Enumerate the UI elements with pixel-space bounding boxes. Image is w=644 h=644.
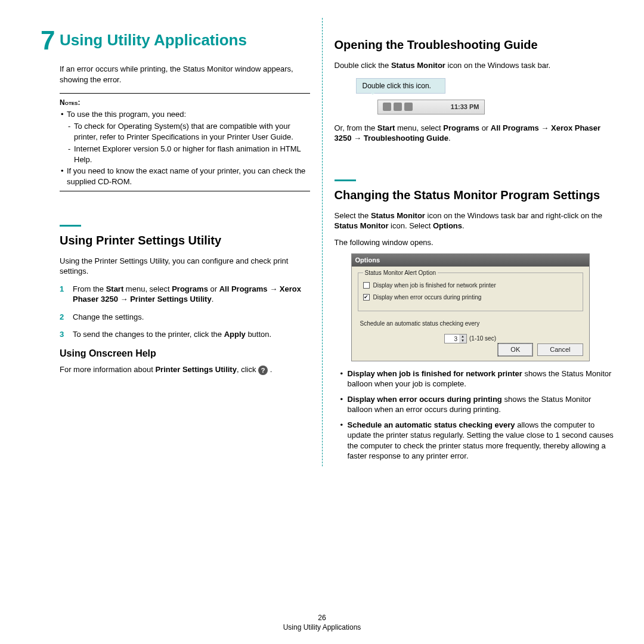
- fieldset-legend: Status Monitor Alert Option: [363, 269, 438, 277]
- notes-dash: Internet Explorer version 5.0 or higher …: [60, 144, 310, 165]
- footer-text: Using Utility Applications: [0, 623, 644, 632]
- section-heading: Using Printer Settings Utility: [60, 233, 310, 249]
- body-text: Using the Printer Settings Utility, you …: [60, 256, 310, 277]
- options-dialog: Options Status Monitor Alert Option Disp…: [351, 253, 590, 361]
- right-column: Opening the Troubleshooting Guide Double…: [323, 18, 630, 466]
- tray-status-icon[interactable]: [394, 103, 402, 111]
- tray-illustration: Double click this icon. 11:33 PM: [356, 78, 618, 114]
- interval-spinner[interactable]: 3 ▲▼: [444, 334, 467, 343]
- body-text: Double click the Status Monitor icon on …: [335, 60, 618, 71]
- ok-button[interactable]: OK: [498, 343, 532, 356]
- system-tray: 11:33 PM: [377, 100, 485, 114]
- tray-monitor-icon[interactable]: [404, 103, 413, 111]
- checkbox-icon[interactable]: [363, 282, 370, 289]
- notes-label: Notes:: [60, 98, 80, 107]
- body-text: For more information about Printer Setti…: [60, 364, 310, 375]
- left-column: 7 Using Utility Applications If an error…: [15, 18, 322, 466]
- checkbox-label: Display when error occurs during printin…: [373, 293, 482, 302]
- notes-bullet: To use the this program, you need:: [60, 109, 310, 120]
- body-text: Select the Status Monitor icon on the Wi…: [335, 210, 618, 231]
- checkbox-label: Display when job is finished for network…: [373, 281, 496, 290]
- spinner-up-icon: ▲: [459, 335, 466, 339]
- chapter-title: Using Utility Applications: [60, 30, 310, 51]
- notes-bullet: If you need to know the exact name of yo…: [60, 166, 310, 187]
- cancel-button[interactable]: Cancel: [537, 343, 583, 356]
- list-item: Schedule an automatic status checking ev…: [339, 420, 618, 462]
- checkbox-icon[interactable]: ✔: [363, 294, 370, 301]
- help-icon[interactable]: ?: [258, 366, 268, 375]
- numbered-list: 1 From the Start menu, select Programs o…: [60, 284, 310, 340]
- notes-dash: To check for Operating System(s) that ar…: [60, 121, 310, 142]
- section-heading: Changing the Status Monitor Program Sett…: [335, 187, 618, 203]
- checkbox-row[interactable]: Display when job is finished for network…: [363, 281, 578, 290]
- notes-box: Notes: To use the this program, you need…: [60, 93, 310, 191]
- page-number: 26: [0, 613, 644, 623]
- feature-bullets: Display when job is finished for network…: [339, 369, 618, 462]
- section-rule: [60, 225, 81, 227]
- section-rule: [335, 179, 356, 181]
- list-item: 3 To send the changes to the printer, cl…: [60, 329, 310, 340]
- intro-text: If an error occurs while printing, the S…: [60, 64, 310, 85]
- section-heading: Opening the Troubleshooting Guide: [335, 37, 618, 53]
- list-item: 2Change the settings.: [60, 312, 310, 323]
- tray-printer-icon[interactable]: [383, 103, 391, 111]
- alert-option-fieldset: Status Monitor Alert Option Display when…: [358, 273, 583, 311]
- tray-clock: 11:33 PM: [451, 103, 479, 112]
- callout-label: Double click this icon.: [356, 78, 445, 94]
- schedule-label: Schedule an automatic status checking ev…: [360, 320, 583, 328]
- checkbox-row[interactable]: ✔ Display when error occurs during print…: [363, 293, 578, 302]
- chapter-number: 7: [41, 23, 55, 58]
- spinner-down-icon: ▼: [459, 339, 466, 343]
- dialog-titlebar: Options: [352, 254, 589, 267]
- body-text: The following window opens.: [335, 237, 618, 248]
- list-item: Display when error occurs during printin…: [339, 394, 618, 415]
- page-footer: 26 Using Utility Applications: [0, 613, 644, 632]
- list-item: Display when job is finished for network…: [339, 369, 618, 389]
- list-item: 1 From the Start menu, select Programs o…: [60, 284, 310, 305]
- subsection-heading: Using Onscreen Help: [60, 347, 310, 360]
- body-text: Or, from the Start menu, select Programs…: [335, 123, 618, 144]
- spinner-range: (1-10 sec): [469, 335, 496, 343]
